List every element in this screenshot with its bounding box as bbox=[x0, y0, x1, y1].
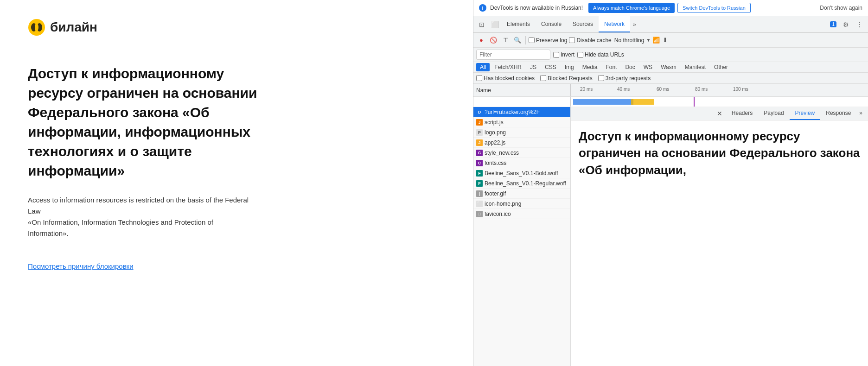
tab-network[interactable]: Network bbox=[599, 16, 630, 32]
preview-tab-preview[interactable]: Preview bbox=[790, 107, 821, 120]
filter-input[interactable] bbox=[476, 50, 550, 60]
file-row-fontscss[interactable]: C fonts.css bbox=[473, 158, 570, 168]
file-row-stylenewcss[interactable]: C style_new.css bbox=[473, 148, 570, 158]
hide-data-urls-checkbox[interactable]: Hide data URLs bbox=[577, 51, 624, 58]
file-row-iconhome[interactable]: ⬜ icon-home.png bbox=[473, 199, 570, 209]
type-tab-fetch[interactable]: Fetch/XHR bbox=[491, 63, 525, 71]
tab-more[interactable]: » bbox=[630, 19, 639, 30]
tab-sources[interactable]: Sources bbox=[567, 16, 599, 32]
preserve-log-checkbox[interactable]: Preserve log bbox=[529, 37, 567, 44]
file-row-scriptjs[interactable]: J script.js bbox=[473, 117, 570, 127]
record-button[interactable]: ● bbox=[476, 35, 486, 45]
timeline-bar-left bbox=[473, 97, 571, 107]
notification-buttons: Always match Chrome's language Switch De… bbox=[588, 3, 751, 13]
logo-area: билайн bbox=[28, 19, 445, 36]
network-filter-row: Invert Hide data URLs bbox=[473, 48, 868, 62]
type-tab-js[interactable]: JS bbox=[526, 63, 540, 71]
js-icon: J bbox=[476, 119, 483, 126]
dismiss-button[interactable]: Don't show again bbox=[820, 5, 862, 11]
type-tab-other[interactable]: Other bbox=[710, 63, 732, 71]
js-icon-2: J bbox=[476, 139, 483, 146]
search-button[interactable]: 🔍 bbox=[512, 35, 523, 45]
inspect-icon[interactable]: ⊡ bbox=[475, 18, 488, 31]
type-tab-wasm[interactable]: Wasm bbox=[657, 63, 680, 71]
file-row-app22js[interactable]: J app22.js bbox=[473, 138, 570, 148]
throttle-selector[interactable]: No throttling bbox=[614, 37, 645, 44]
network-type-tabs: All Fetch/XHR JS CSS Img Media Font Doc … bbox=[473, 62, 868, 73]
type-tab-media[interactable]: Media bbox=[579, 63, 601, 71]
blocked-requests-checkbox[interactable]: Blocked Requests bbox=[540, 75, 593, 82]
preview-tab-response[interactable]: Response bbox=[820, 107, 856, 120]
sub-text: Access to information resources is restr… bbox=[28, 195, 255, 239]
timeline-bar bbox=[473, 97, 868, 107]
timeline-column-header: 20 ms 40 ms 60 ms 80 ms 100 ms bbox=[571, 84, 868, 96]
type-tab-doc[interactable]: Doc bbox=[621, 63, 638, 71]
marker-20ms: 20 ms bbox=[580, 87, 593, 92]
logo-icon bbox=[28, 19, 45, 36]
svg-point-3 bbox=[35, 23, 38, 32]
preview-tabs-bar: ✕ Headers Payload Preview Response » bbox=[571, 107, 868, 120]
timeline-fill-yellow bbox=[631, 99, 654, 105]
notification-text: DevTools is now available in Russian! bbox=[490, 5, 583, 11]
type-tab-img[interactable]: Img bbox=[561, 63, 578, 71]
type-tab-css[interactable]: CSS bbox=[541, 63, 560, 71]
clear-button[interactable]: 🚫 bbox=[488, 35, 498, 45]
preview-tab-headers[interactable]: Headers bbox=[726, 107, 758, 120]
block-reason-link[interactable]: Посмотреть причину блокировки bbox=[28, 262, 134, 270]
file-row-regular-woff[interactable]: F Beeline_Sans_V0.1-Regular.woff bbox=[473, 178, 570, 189]
woff-icon: F bbox=[476, 170, 483, 177]
woff-icon-2: F bbox=[476, 180, 483, 187]
download-icon: ⬇ bbox=[663, 37, 668, 44]
disable-cache-checkbox[interactable]: Disable cache bbox=[569, 37, 611, 44]
iconhome-icon: ⬜ bbox=[476, 201, 483, 207]
file-row-bold-woff[interactable]: F Beeline_Sans_V0.1-Bold.woff bbox=[473, 168, 570, 178]
file-row-logopng[interactable]: P logo.png bbox=[473, 127, 570, 138]
marker-60ms: 60 ms bbox=[657, 87, 669, 92]
marker-80ms: 80 ms bbox=[695, 87, 708, 92]
name-column-header: Name bbox=[473, 84, 571, 96]
more-options-icon[interactable]: ⋮ bbox=[853, 18, 866, 31]
marker-100ms: 100 ms bbox=[733, 87, 748, 92]
doc-icon: D bbox=[476, 109, 483, 115]
switch-devtools-button[interactable]: Switch DevTools to Russian bbox=[677, 3, 751, 13]
network-file-list: D ?url=rutracker.org%2F J script.js P lo… bbox=[473, 107, 571, 366]
main-page: билайн Доступ к информационному ресурсу … bbox=[0, 0, 473, 366]
invert-checkbox[interactable]: Invert bbox=[553, 51, 574, 58]
tab-console[interactable]: Console bbox=[536, 16, 567, 32]
preview-tab-more[interactable]: » bbox=[856, 107, 865, 120]
network-toolbar: ● 🚫 ⊤ 🔍 Preserve log Disable cache No th… bbox=[473, 33, 868, 48]
type-tab-manifest[interactable]: Manifest bbox=[681, 63, 709, 71]
device-icon[interactable]: ⬜ bbox=[488, 18, 501, 31]
preview-close-button[interactable]: ✕ bbox=[713, 107, 726, 120]
filter-icon-btn[interactable]: ⊤ bbox=[500, 35, 511, 45]
network-content-area: D ?url=rutracker.org%2F J script.js P lo… bbox=[473, 107, 868, 366]
network-cookie-row: Has blocked cookies Blocked Requests 3rd… bbox=[473, 73, 868, 84]
preview-content: Доступ к информационному ресурсу огранич… bbox=[571, 120, 868, 366]
css-icon-2: C bbox=[476, 160, 483, 166]
settings-icon[interactable]: ⚙ bbox=[839, 18, 852, 31]
network-right-panel: ✕ Headers Payload Preview Response » Дос… bbox=[571, 107, 868, 366]
third-party-checkbox[interactable]: 3rd-party requests bbox=[598, 75, 651, 82]
devtools-panel: i DevTools is now available in Russian! … bbox=[473, 0, 868, 366]
blocked-cookies-checkbox[interactable]: Has blocked cookies bbox=[476, 75, 535, 82]
gif-icon: | bbox=[476, 190, 483, 197]
devtools-notification: i DevTools is now available in Russian! … bbox=[473, 0, 868, 16]
file-row-selected[interactable]: D ?url=rutracker.org%2F bbox=[473, 107, 570, 117]
timeline-bar-right bbox=[571, 97, 868, 107]
always-match-button[interactable]: Always match Chrome's language bbox=[588, 3, 675, 13]
preview-tab-payload[interactable]: Payload bbox=[758, 107, 789, 120]
favicon-icon: □ bbox=[476, 211, 483, 217]
info-icon: i bbox=[479, 4, 486, 12]
wifi-icon: 📶 bbox=[652, 37, 660, 44]
timeline-vertical-marker bbox=[694, 97, 695, 107]
type-tab-all[interactable]: All bbox=[476, 63, 490, 71]
notifications-badge: 1 bbox=[830, 21, 836, 27]
type-tab-font[interactable]: Font bbox=[602, 63, 620, 71]
file-row-favicon[interactable]: □ favicon.ico bbox=[473, 209, 570, 219]
toolbar-divider bbox=[525, 36, 526, 44]
png-icon: P bbox=[476, 129, 483, 136]
file-row-footer-gif[interactable]: | footer.gif bbox=[473, 189, 570, 199]
marker-40ms: 40 ms bbox=[617, 87, 630, 92]
tab-elements[interactable]: Elements bbox=[501, 16, 536, 32]
type-tab-ws[interactable]: WS bbox=[640, 63, 656, 71]
